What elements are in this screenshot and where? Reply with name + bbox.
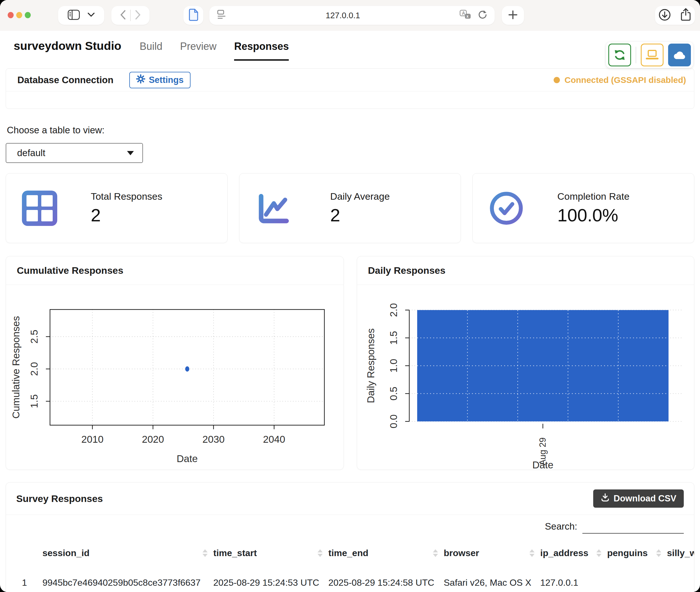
- column-header-time-end[interactable]: time_end: [328, 542, 444, 564]
- back-button-icon[interactable]: [119, 10, 127, 21]
- search-input[interactable]: [582, 520, 684, 534]
- cell-silly-w: [667, 572, 694, 592]
- share-icon[interactable]: [680, 8, 692, 23]
- minimize-window-button[interactable]: [16, 12, 22, 18]
- sort-icon: [318, 549, 323, 557]
- cumulative-responses-card: Cumulative Responses 20102020203020401.5…: [6, 256, 344, 470]
- svg-text:A: A: [462, 10, 465, 16]
- local-preview-button[interactable]: [641, 44, 663, 66]
- svg-text:0.5: 0.5: [388, 387, 399, 401]
- stat-card-total-responses: Total Responses 2: [6, 173, 227, 243]
- database-connection-panel: Database Connection: [6, 68, 694, 109]
- svg-text:2010: 2010: [81, 434, 103, 445]
- page-title: surveydown Studio: [14, 39, 121, 53]
- address-bar[interactable]: 127.0.0.1 A x̄: [209, 6, 495, 25]
- stat-label: Daily Average: [330, 191, 390, 202]
- toolbar-divider: [636, 47, 636, 63]
- stat-value: 100.0%: [557, 205, 629, 225]
- column-header-silly-w[interactable]: silly_w: [667, 542, 694, 564]
- url-text[interactable]: 127.0.0.1: [326, 11, 360, 20]
- table-select[interactable]: default: [6, 143, 143, 163]
- select-caret-icon: [127, 151, 134, 155]
- sort-icon: [529, 549, 535, 557]
- svg-text:0.0: 0.0: [388, 414, 399, 429]
- nav-divider: [130, 10, 131, 21]
- cell-time-end: 2025-08-29 15:24:58 UTC: [328, 572, 444, 592]
- cell-browser: Safari v26, Mac OS X: [444, 572, 540, 592]
- svg-text:2.0: 2.0: [29, 362, 40, 376]
- cell-row-number: 1: [22, 572, 43, 592]
- svg-text:2020: 2020: [142, 434, 164, 445]
- status-dot-icon: [554, 77, 560, 83]
- db-settings-button[interactable]: Settings: [129, 72, 190, 88]
- chart-title: Cumulative Responses: [6, 256, 343, 285]
- survey-responses-title: Survey Responses: [16, 493, 103, 504]
- stat-value: 2: [330, 205, 390, 225]
- table-select-value: default: [17, 148, 45, 158]
- chart-title: Daily Responses: [357, 256, 694, 285]
- svg-text:2.0: 2.0: [388, 303, 399, 317]
- svg-text:1.5: 1.5: [29, 394, 40, 408]
- db-panel-title: Database Connection: [17, 75, 113, 86]
- tab-bar: Build Preview Responses: [140, 41, 289, 61]
- tab-preview[interactable]: Preview: [180, 41, 216, 61]
- column-header-browser[interactable]: browser: [444, 542, 540, 564]
- refresh-button[interactable]: [608, 44, 631, 66]
- svg-text:1.0: 1.0: [388, 359, 399, 373]
- stat-card-completion-rate: Completion Rate 100.0%: [473, 173, 694, 243]
- sort-icon: [656, 549, 661, 557]
- downloads-icon[interactable]: [658, 8, 671, 22]
- tab-build[interactable]: Build: [140, 41, 162, 61]
- stat-cards-row: Total Responses 2 Daily Average 2: [6, 173, 694, 243]
- stat-value: 2: [91, 205, 162, 225]
- cell-penguins: [607, 572, 667, 592]
- new-tab-icon[interactable]: [508, 10, 518, 20]
- column-header-time-start[interactable]: time_start: [213, 542, 328, 564]
- chart-line-icon: [256, 191, 291, 226]
- svg-text:Daily Responses: Daily Responses: [365, 329, 376, 403]
- svg-text:Cumulative Responses: Cumulative Responses: [10, 316, 21, 418]
- reader-view-icon[interactable]: [217, 9, 226, 21]
- sidebar-toggle-icon[interactable]: [67, 9, 80, 21]
- column-header-penguins[interactable]: penguins: [607, 542, 667, 564]
- svg-text:x̄: x̄: [467, 14, 469, 18]
- svg-text:Date: Date: [532, 459, 553, 470]
- stat-card-daily-average: Daily Average 2: [239, 173, 461, 243]
- table-grid-icon: [22, 191, 57, 226]
- translate-icon[interactable]: A x̄: [460, 9, 471, 21]
- column-header-index: [22, 542, 43, 564]
- column-header-session-id[interactable]: session_id: [43, 542, 213, 564]
- download-csv-label: Download CSV: [614, 493, 677, 504]
- cell-session-id: 9945bc7e46940259b05c8ce3773f6637: [43, 572, 213, 592]
- table-row: 1 9945bc7e46940259b05c8ce3773f6637 2025-…: [22, 572, 694, 592]
- reload-icon[interactable]: [478, 10, 487, 21]
- zoom-window-button[interactable]: [25, 12, 31, 18]
- svg-text:Date: Date: [176, 453, 198, 464]
- column-header-ip-address[interactable]: ip_address: [540, 542, 607, 564]
- document-tab-icon[interactable]: [188, 8, 199, 22]
- responses-table-header: session_id time_start time_end browser i…: [22, 542, 694, 564]
- studio-action-buttons: [606, 42, 693, 68]
- db-status-text: Connected (GSSAPI disabled): [564, 75, 686, 85]
- download-csv-button[interactable]: Download CSV: [593, 489, 684, 508]
- daily-responses-card: Daily Responses 0.00.51.01.52.0Daily Res…: [357, 256, 694, 470]
- svg-text:2030: 2030: [203, 434, 225, 445]
- search-label: Search:: [545, 521, 577, 534]
- close-window-button[interactable]: [8, 12, 14, 18]
- browser-toolbar: 127.0.0.1 A x̄: [0, 0, 700, 31]
- chevron-down-icon[interactable]: [88, 12, 95, 18]
- survey-responses-section: Survey Responses Download CSV Search:: [6, 482, 694, 592]
- db-settings-label: Settings: [149, 75, 183, 85]
- tab-responses[interactable]: Responses: [234, 41, 289, 61]
- cumulative-responses-chart: 20102020203020401.52.02.5Cumulative Resp…: [6, 287, 343, 470]
- cell-ip-address: 127.0.0.1: [540, 572, 607, 592]
- forward-button-icon[interactable]: [134, 10, 142, 21]
- svg-text:2.5: 2.5: [29, 330, 40, 344]
- app-header: surveydown Studio Build Preview Response…: [0, 31, 700, 64]
- traffic-lights: [8, 12, 31, 18]
- cloud-deploy-button[interactable]: [668, 44, 691, 66]
- sort-icon: [433, 549, 438, 557]
- sort-icon: [596, 549, 601, 557]
- sort-icon: [203, 549, 208, 557]
- download-icon: [601, 493, 610, 504]
